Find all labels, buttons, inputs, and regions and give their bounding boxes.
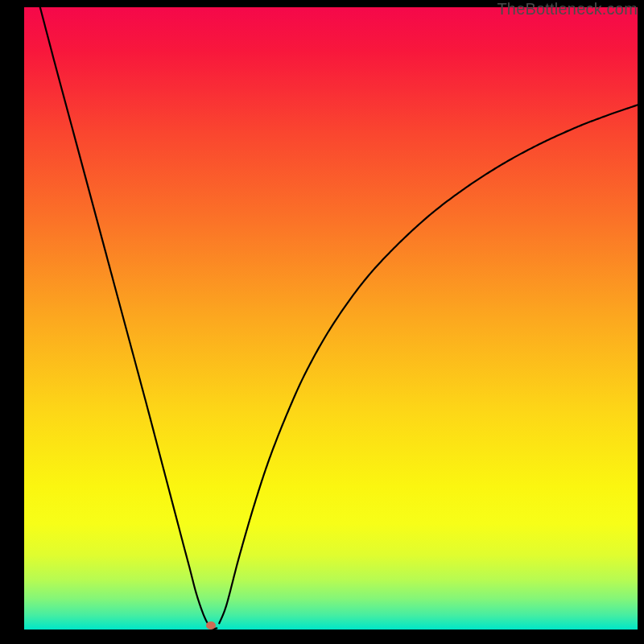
bottleneck-curve xyxy=(24,7,638,630)
chart-frame: TheBottleneck.com xyxy=(0,0,644,644)
optimum-marker xyxy=(206,621,216,630)
plot-area xyxy=(24,7,638,630)
watermark-text: TheBottleneck.com xyxy=(497,0,638,19)
